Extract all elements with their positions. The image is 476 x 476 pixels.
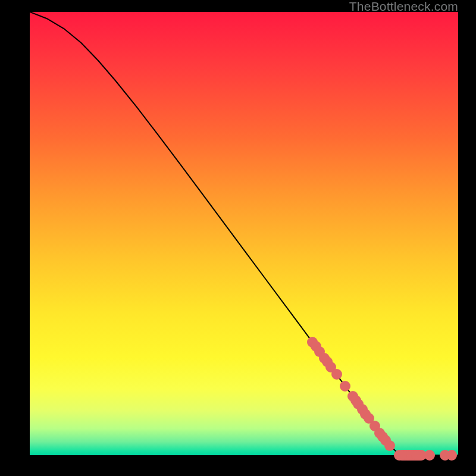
data-marker xyxy=(340,381,350,392)
data-marker xyxy=(331,369,342,380)
data-marker xyxy=(384,440,395,451)
data-marker xyxy=(446,450,457,461)
watermark: TheBottleneck.com xyxy=(349,0,458,12)
chart-plot-area xyxy=(30,12,458,455)
data-marker xyxy=(424,450,435,461)
chart-series-markers xyxy=(30,12,458,455)
